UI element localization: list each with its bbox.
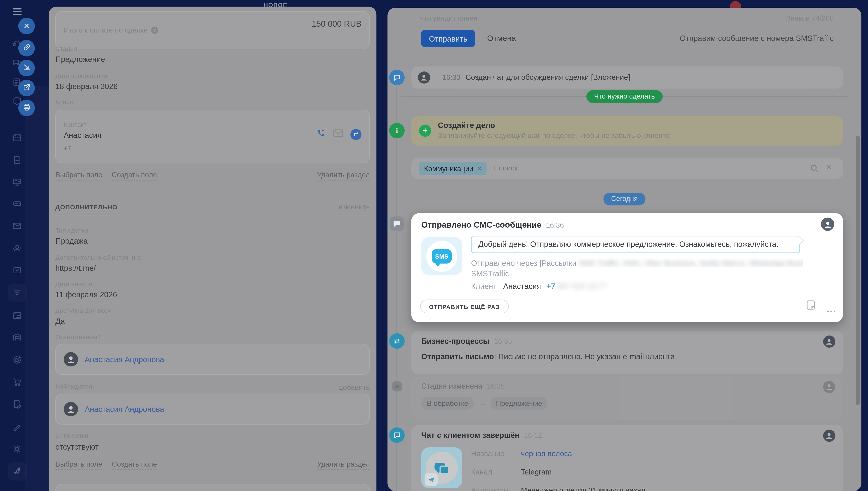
calendar-icon bbox=[12, 133, 22, 143]
users-icon bbox=[12, 243, 22, 253]
timeline-row-chat-created[interactable]: 16:30 Создан чат для обсуждения сделки [… bbox=[411, 66, 843, 89]
pen-icon bbox=[12, 422, 22, 432]
watcher-name-link[interactable]: Анастасия Андронова bbox=[85, 405, 164, 413]
contact-phone[interactable]: +7 bbox=[64, 144, 71, 152]
mail-icon bbox=[12, 221, 22, 231]
stage-from-chip: В обработке bbox=[421, 397, 474, 410]
save-button[interactable] bbox=[18, 60, 35, 76]
avatar bbox=[823, 336, 835, 348]
avatar bbox=[418, 71, 430, 84]
save-icon bbox=[22, 63, 31, 73]
chat-activity-value: Менеджер ответил 31 минуту назад bbox=[521, 486, 645, 491]
watcher-card: Анастасия Андронова bbox=[55, 394, 370, 425]
email-icon[interactable] bbox=[333, 129, 343, 140]
close-button[interactable]: ✕ bbox=[18, 18, 35, 34]
client-phone-link[interactable]: +7 bbox=[546, 282, 556, 291]
utm-label: UTM-метки bbox=[55, 432, 88, 439]
info-icon: i bbox=[389, 123, 405, 139]
print-button[interactable] bbox=[18, 100, 35, 116]
event-time: 16:30 bbox=[442, 66, 460, 89]
responsible-name-link[interactable]: Анастасия Андронова bbox=[85, 355, 164, 364]
chat-channel-label: Канал bbox=[471, 468, 492, 476]
resend-button[interactable]: ОТПРАВИТЬ ЕЩЁ РАЗ bbox=[420, 299, 509, 313]
source-label: Дополнительно об источнике bbox=[55, 254, 142, 261]
note-icon[interactable] bbox=[806, 300, 815, 312]
contact-name[interactable]: Анастасия bbox=[64, 131, 101, 140]
search-icon[interactable] bbox=[810, 164, 819, 175]
stage-value[interactable]: Предложение bbox=[55, 55, 105, 63]
sms-client-line: Клиент Анастасия +7 987 625 19 77 bbox=[471, 282, 607, 291]
cart-icon bbox=[12, 377, 22, 387]
watchers-label: Наблюдатели bbox=[55, 383, 96, 392]
delete-section-link[interactable]: Удалить раздел bbox=[317, 460, 370, 470]
calendar-alt-icon bbox=[12, 311, 22, 321]
today-pill: Сегодня bbox=[603, 193, 645, 205]
select-field-link[interactable]: Выбрать поле bbox=[55, 170, 102, 180]
chat-closed-card[interactable]: Чат с клиентом завершён16:12 Название че… bbox=[411, 425, 843, 491]
filter-chip[interactable]: Коммуникации ✕ bbox=[419, 162, 487, 175]
sms-message-card[interactable]: Отправлено СМС-сообщение16:36 SMS Добрый… bbox=[411, 213, 843, 322]
create-field-link[interactable]: Создать поле bbox=[112, 170, 157, 180]
stage-event-icon bbox=[392, 381, 402, 391]
todo-pill: Что нужно сделать bbox=[586, 90, 662, 103]
char-counter: Знаков 74/200 bbox=[786, 14, 834, 22]
redacted-text: SMS Traffic: SMS, Viber Business, Notify… bbox=[579, 259, 803, 267]
public-value[interactable]: Да bbox=[55, 317, 65, 325]
arrow-right-icon: → bbox=[479, 400, 485, 407]
business-process-card[interactable]: Бизнес-процессы16:35 Отправить письмо: П… bbox=[411, 331, 843, 374]
finish-date-value[interactable]: 18 февраля 2026 bbox=[55, 82, 118, 91]
open-in-new-button[interactable] bbox=[18, 80, 35, 96]
send-button[interactable]: Отправить bbox=[421, 30, 475, 47]
file-icon bbox=[12, 155, 22, 165]
warehouse-icon bbox=[12, 332, 22, 342]
timeline-filter-bar[interactable]: Коммуникации ✕ + поиск ✕ bbox=[411, 158, 843, 179]
stage-changed-row[interactable]: Стадия изменена16:35 В обработке → Предл… bbox=[387, 373, 861, 423]
create-task-card[interactable]: + Создайте дело Запланируйте следующий ш… bbox=[411, 116, 843, 146]
chat-name-link[interactable]: черная полоса bbox=[521, 450, 572, 458]
client-label: Клиент bbox=[55, 98, 77, 105]
target-icon bbox=[12, 355, 22, 365]
deal-type-value[interactable]: Продажа bbox=[55, 236, 88, 245]
start-date-value[interactable]: 11 февраля 2026 bbox=[55, 290, 117, 299]
sms-card-title: Отправлено СМС-сообщение16:36 bbox=[421, 220, 564, 229]
start-date-label: Дата начала bbox=[55, 281, 92, 287]
contact-label: Контакт bbox=[64, 121, 87, 128]
delete-section-link[interactable]: Удалить раздел bbox=[317, 170, 370, 180]
gear-icon bbox=[12, 444, 22, 454]
chat-channel-value: Telegram bbox=[521, 468, 551, 476]
presentation-icon bbox=[12, 177, 22, 187]
client-name: Анастасия bbox=[503, 282, 541, 291]
create-task-title: Создайте дело bbox=[438, 121, 495, 129]
chat-transfer-icon[interactable]: ⇄ bbox=[350, 128, 361, 140]
copy-link-button[interactable] bbox=[18, 40, 35, 56]
contract-icon bbox=[12, 399, 22, 409]
add-watcher-link[interactable]: добавить bbox=[339, 383, 370, 392]
scrollbar-thumb[interactable] bbox=[856, 136, 860, 405]
more-menu-icon[interactable] bbox=[825, 305, 835, 314]
total-value: 150 000 RUB bbox=[312, 19, 362, 41]
bp-result: Отправить письмо: Письмо не отправлено. … bbox=[421, 352, 675, 361]
select-field-link[interactable]: Выбрать поле bbox=[55, 460, 102, 470]
deal-type-label: Тип сделки bbox=[55, 227, 88, 233]
sms-time: 16:36 bbox=[546, 221, 564, 229]
add-task-icon[interactable]: + bbox=[419, 124, 431, 137]
chip-remove-icon[interactable]: ✕ bbox=[477, 165, 482, 171]
funnel-icon bbox=[12, 288, 22, 298]
public-label: Доступна для всех bbox=[55, 307, 111, 314]
call-icon[interactable] bbox=[317, 128, 326, 140]
extra-section-title: дополнительно bbox=[55, 203, 118, 210]
help-icon[interactable]: ? bbox=[151, 27, 158, 34]
create-field-link[interactable]: Создать поле bbox=[112, 460, 157, 470]
menu-icon[interactable] bbox=[13, 8, 22, 15]
clear-filter-icon[interactable]: ✕ bbox=[826, 163, 832, 171]
source-value[interactable]: https://t.me/ bbox=[55, 264, 96, 272]
tasks-icon bbox=[12, 265, 22, 275]
sms-channel-icon: SMS bbox=[421, 237, 462, 275]
edit-section-link[interactable]: изменить bbox=[338, 203, 370, 211]
cancel-button[interactable]: Отмена bbox=[487, 30, 516, 47]
responsible-label: Ответственный bbox=[55, 334, 101, 341]
search-input[interactable]: + поиск bbox=[493, 158, 518, 179]
sms-via-line2: SMSTraffic bbox=[471, 269, 509, 278]
link-icon bbox=[22, 43, 31, 53]
redacted-phone: 987 625 19 77 bbox=[558, 282, 607, 291]
